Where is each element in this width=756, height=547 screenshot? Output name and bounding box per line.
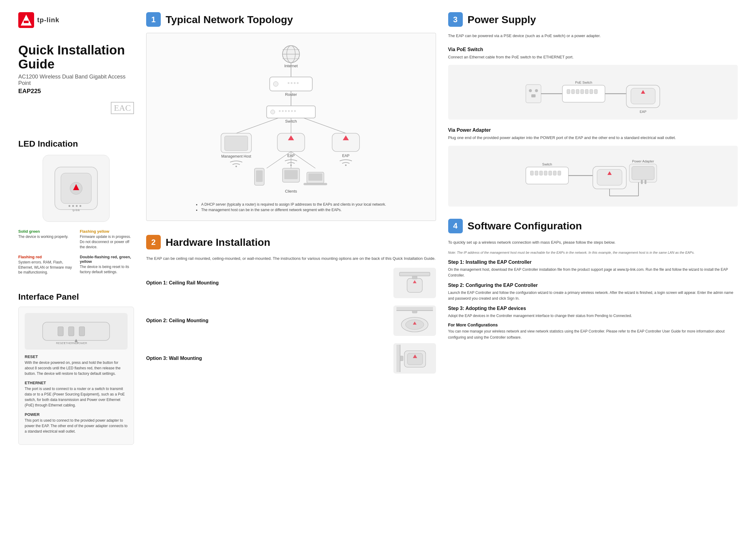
svg-point-88 <box>535 89 538 92</box>
svg-point-42 <box>294 110 296 112</box>
led-flashing-yellow-desc: Firmware update is in progress. Do not d… <box>80 234 134 250</box>
mounting-option-3-img <box>393 343 436 373</box>
svg-rect-97 <box>590 89 593 94</box>
svg-rect-2 <box>24 21 29 23</box>
svg-rect-15 <box>79 327 85 336</box>
svg-point-36 <box>271 110 275 114</box>
led-flashing-red-label: Flashing red <box>18 255 72 259</box>
svg-rect-95 <box>581 89 584 94</box>
svg-rect-105 <box>526 167 568 184</box>
svg-rect-73 <box>412 276 417 279</box>
svg-rect-80 <box>396 345 400 372</box>
svg-point-39 <box>285 110 287 112</box>
svg-rect-111 <box>553 171 556 175</box>
led-grid: Solid green The device is working proper… <box>18 229 134 275</box>
software-section: 4 Software Configuration To quickly set … <box>448 219 738 343</box>
svg-rect-106 <box>530 171 533 175</box>
interface-ethernet: ETHERNET The port is used to connect to … <box>25 380 128 408</box>
svg-rect-110 <box>549 171 552 175</box>
svg-text:PoE Switch: PoE Switch <box>575 81 592 84</box>
svg-rect-96 <box>585 89 588 94</box>
adapter-diagram-svg: Switch Power Adapter <box>520 149 666 204</box>
topology-diagram-box: Internet Router <box>146 33 436 221</box>
interface-reset: RESET With the device powered on, press … <box>25 354 128 376</box>
svg-rect-107 <box>535 171 538 175</box>
reset-label: RESET <box>25 354 128 359</box>
svg-point-58 <box>345 165 346 166</box>
topology-number-badge: 1 <box>146 12 161 27</box>
svg-rect-74 <box>396 307 433 310</box>
via-poe-desc: Connect an Ethernet cable from the PoE s… <box>448 54 738 60</box>
interface-panel-svg: RESET ETHERNET POWER <box>33 316 119 346</box>
svg-point-9 <box>76 205 78 207</box>
power-desc: This port is used to connect to the prov… <box>25 418 128 434</box>
svg-point-50 <box>235 166 237 167</box>
led-solid-green-label: Solid green <box>18 229 72 234</box>
ceiling-rail-mounting-svg <box>396 269 433 296</box>
svg-line-44 <box>236 118 278 133</box>
svg-point-29 <box>288 82 290 84</box>
mounting-option-1-img <box>393 268 436 298</box>
svg-rect-86 <box>526 85 541 103</box>
svg-text:EAP: EAP <box>640 110 646 114</box>
power-section-title: Power Supply <box>468 14 536 26</box>
power-section-header: 3 Power Supply <box>448 12 738 27</box>
svg-rect-112 <box>558 171 561 175</box>
svg-point-7 <box>69 205 70 207</box>
interface-device-img: RESET ETHERNET POWER <box>25 313 128 349</box>
led-flashing-yellow: Flashing yellow Firmware update is in pr… <box>80 229 134 250</box>
svg-rect-76 <box>412 310 417 313</box>
svg-point-10 <box>79 205 81 207</box>
via-adapter-title: Via Power Adapter <box>448 128 738 133</box>
brand-name: tp-link <box>37 16 59 24</box>
svg-point-87 <box>529 89 532 92</box>
svg-text:Switch: Switch <box>542 163 552 166</box>
step2-title: Step 2: Configuring the EAP Controller <box>448 282 738 288</box>
svg-rect-124 <box>645 180 646 184</box>
svg-point-37 <box>279 110 281 112</box>
svg-rect-67 <box>308 174 322 181</box>
svg-point-32 <box>297 82 299 84</box>
step3-desc: Adopt the EAP devices in the Controller … <box>448 313 738 319</box>
ceiling-mounting-svg <box>396 307 433 334</box>
topology-notes: A DHCP server (typically a router) is re… <box>196 202 386 213</box>
tp-link-logo <box>18 12 34 28</box>
eap-top-view-svg: tp-link <box>49 161 104 216</box>
svg-text:Clients: Clients <box>285 189 297 194</box>
svg-rect-48 <box>225 136 248 151</box>
step2-desc: Launch the EAP Controller and follow the… <box>448 290 738 301</box>
hardware-number-badge: 2 <box>146 235 161 250</box>
adapter-diagram: Switch Power Adapter <box>448 146 738 207</box>
topo-note-1: A DHCP server (typically a router) is re… <box>196 202 386 207</box>
eap-device-illustration: tp-link <box>43 155 110 222</box>
interface-section-title: Interface Panel <box>18 292 134 302</box>
led-double-flash-desc: The device is being reset to its factory… <box>80 265 134 275</box>
svg-rect-89 <box>531 94 536 97</box>
svg-rect-14 <box>69 327 74 336</box>
svg-rect-92 <box>567 89 570 94</box>
svg-point-8 <box>72 205 74 207</box>
svg-rect-63 <box>256 170 263 182</box>
mounting-option-2-label: Option 2: Ceiling Mounting <box>146 318 387 323</box>
svg-rect-13 <box>58 327 63 336</box>
svg-point-28 <box>273 82 278 86</box>
poe-diagram: PoE Switch EAP <box>448 65 738 120</box>
step1-desc: On the management host, download the EAP… <box>448 267 738 278</box>
svg-rect-68 <box>304 183 327 185</box>
middle-column: 1 Typical Network Topology Internet <box>146 12 436 535</box>
software-section-header: 4 Software Configuration <box>448 219 738 233</box>
svg-point-30 <box>291 82 293 84</box>
via-adapter-desc: Plug one end of the provided power adapt… <box>448 135 738 141</box>
svg-text:tp-link: tp-link <box>72 209 80 212</box>
svg-rect-12 <box>43 322 110 340</box>
topo-note-2: The management host can be in the same o… <box>196 208 386 212</box>
led-flashing-red-desc: System errors. RAM, Flash, Ethernet, WLA… <box>18 260 72 275</box>
mounting-option-1-label: Option 1: Ceiling Rail Mounting <box>146 280 387 286</box>
svg-text:Power Adapter: Power Adapter <box>632 160 654 163</box>
software-intro: To quickly set up a wireless network con… <box>448 240 738 246</box>
led-flashing-yellow-label: Flashing yellow <box>80 229 134 234</box>
led-flashing-red: Flashing red System errors. RAM, Flash, … <box>18 255 72 275</box>
interface-power: POWER This port is used to connect to th… <box>25 412 128 434</box>
reset-desc: With the device powered on, press and ho… <box>25 360 128 376</box>
eac-mark: EAC <box>111 102 134 114</box>
